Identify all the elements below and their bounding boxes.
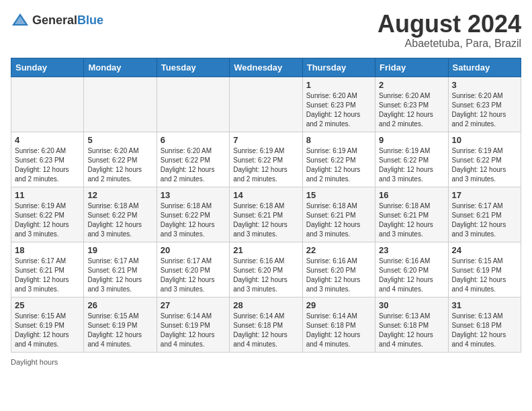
day-number: 4 bbox=[15, 135, 80, 145]
calendar-header: SundayMondayTuesdayWednesdayThursdayFrid… bbox=[11, 58, 521, 77]
day-number: 7 bbox=[233, 135, 298, 145]
day-number: 25 bbox=[15, 300, 80, 310]
day-number: 23 bbox=[379, 245, 444, 255]
day-of-week-wednesday: Wednesday bbox=[230, 58, 302, 77]
day-number: 30 bbox=[379, 300, 444, 310]
day-number: 31 bbox=[452, 300, 517, 310]
title-block: August 2024 Abaetetuba, Para, Brazil bbox=[378, 11, 521, 50]
day-number: 19 bbox=[87, 245, 152, 255]
calendar-cell: 28Sunrise: 6:14 AMSunset: 6:18 PMDayligh… bbox=[230, 297, 302, 352]
day-info: Sunrise: 6:15 AMSunset: 6:19 PMDaylight:… bbox=[87, 312, 152, 349]
calendar-week-5: 25Sunrise: 6:15 AMSunset: 6:19 PMDayligh… bbox=[11, 297, 521, 352]
calendar-week-2: 4Sunrise: 6:20 AMSunset: 6:23 PMDaylight… bbox=[11, 132, 521, 187]
day-number: 11 bbox=[15, 190, 80, 200]
page-subtitle: Abaetetuba, Para, Brazil bbox=[378, 38, 521, 50]
day-of-week-sunday: Sunday bbox=[11, 58, 84, 77]
day-number: 13 bbox=[161, 190, 226, 200]
calendar-week-1: 1Sunrise: 6:20 AMSunset: 6:23 PMDaylight… bbox=[11, 77, 521, 132]
calendar-cell bbox=[11, 77, 84, 132]
calendar-week-3: 11Sunrise: 6:19 AMSunset: 6:22 PMDayligh… bbox=[11, 187, 521, 242]
calendar-cell: 7Sunrise: 6:19 AMSunset: 6:22 PMDaylight… bbox=[230, 132, 302, 187]
day-info: Sunrise: 6:17 AMSunset: 6:21 PMDaylight:… bbox=[452, 201, 517, 239]
day-of-week-monday: Monday bbox=[84, 58, 157, 77]
day-number: 28 bbox=[233, 300, 298, 310]
day-number: 12 bbox=[87, 190, 152, 200]
day-info: Sunrise: 6:13 AMSunset: 6:18 PMDaylight:… bbox=[452, 312, 517, 349]
day-info: Sunrise: 6:17 AMSunset: 6:21 PMDaylight:… bbox=[15, 257, 80, 294]
day-info: Sunrise: 6:17 AMSunset: 6:21 PMDaylight:… bbox=[87, 257, 152, 294]
calendar-cell: 3Sunrise: 6:20 AMSunset: 6:23 PMDaylight… bbox=[448, 77, 521, 132]
day-of-week-saturday: Saturday bbox=[448, 58, 521, 77]
day-number: 29 bbox=[306, 300, 371, 310]
day-info: Sunrise: 6:16 AMSunset: 6:20 PMDaylight:… bbox=[379, 257, 444, 294]
calendar-cell: 14Sunrise: 6:18 AMSunset: 6:21 PMDayligh… bbox=[230, 187, 302, 242]
day-of-week-thursday: Thursday bbox=[302, 58, 375, 77]
day-info: Sunrise: 6:15 AMSunset: 6:19 PMDaylight:… bbox=[15, 312, 80, 349]
day-number: 10 bbox=[452, 135, 517, 145]
days-of-week-row: SundayMondayTuesdayWednesdayThursdayFrid… bbox=[11, 58, 521, 77]
day-info: Sunrise: 6:20 AMSunset: 6:22 PMDaylight:… bbox=[87, 146, 152, 184]
logo[interactable]: GeneralBlue bbox=[11, 11, 103, 30]
day-info: Sunrise: 6:20 AMSunset: 6:23 PMDaylight:… bbox=[452, 91, 517, 129]
logo-blue: Blue bbox=[77, 13, 103, 27]
day-info: Sunrise: 6:16 AMSunset: 6:20 PMDaylight:… bbox=[233, 257, 298, 294]
day-number: 15 bbox=[306, 190, 371, 200]
day-info: Sunrise: 6:20 AMSunset: 6:23 PMDaylight:… bbox=[379, 91, 444, 129]
day-info: Sunrise: 6:13 AMSunset: 6:18 PMDaylight:… bbox=[379, 312, 444, 349]
calendar-cell: 18Sunrise: 6:17 AMSunset: 6:21 PMDayligh… bbox=[11, 242, 84, 297]
daylight-label: Daylight hours bbox=[11, 358, 58, 366]
day-number: 2 bbox=[379, 80, 444, 90]
day-info: Sunrise: 6:14 AMSunset: 6:18 PMDaylight:… bbox=[233, 312, 298, 349]
day-number: 18 bbox=[15, 245, 80, 255]
day-number: 27 bbox=[161, 300, 226, 310]
footer-note: Daylight hours bbox=[11, 358, 521, 366]
calendar-cell: 29Sunrise: 6:14 AMSunset: 6:18 PMDayligh… bbox=[302, 297, 375, 352]
day-info: Sunrise: 6:18 AMSunset: 6:22 PMDaylight:… bbox=[161, 201, 226, 239]
calendar-cell: 30Sunrise: 6:13 AMSunset: 6:18 PMDayligh… bbox=[375, 297, 448, 352]
calendar-cell: 11Sunrise: 6:19 AMSunset: 6:22 PMDayligh… bbox=[11, 187, 84, 242]
calendar-cell: 27Sunrise: 6:14 AMSunset: 6:19 PMDayligh… bbox=[157, 297, 229, 352]
day-info: Sunrise: 6:18 AMSunset: 6:22 PMDaylight:… bbox=[87, 201, 152, 239]
calendar-cell: 23Sunrise: 6:16 AMSunset: 6:20 PMDayligh… bbox=[375, 242, 448, 297]
calendar-cell bbox=[157, 77, 229, 132]
logo-general: General bbox=[32, 13, 77, 27]
page-header: GeneralBlue August 2024 Abaetetuba, Para… bbox=[11, 11, 521, 50]
calendar-cell: 20Sunrise: 6:17 AMSunset: 6:20 PMDayligh… bbox=[157, 242, 229, 297]
calendar-cell: 9Sunrise: 6:19 AMSunset: 6:22 PMDaylight… bbox=[375, 132, 448, 187]
day-info: Sunrise: 6:20 AMSunset: 6:23 PMDaylight:… bbox=[306, 91, 371, 129]
day-info: Sunrise: 6:14 AMSunset: 6:18 PMDaylight:… bbox=[306, 312, 371, 349]
day-number: 24 bbox=[452, 245, 517, 255]
page-title: August 2024 bbox=[378, 11, 521, 38]
day-info: Sunrise: 6:19 AMSunset: 6:22 PMDaylight:… bbox=[452, 146, 517, 184]
day-of-week-tuesday: Tuesday bbox=[157, 58, 229, 77]
calendar-cell: 17Sunrise: 6:17 AMSunset: 6:21 PMDayligh… bbox=[448, 187, 521, 242]
day-info: Sunrise: 6:18 AMSunset: 6:21 PMDaylight:… bbox=[379, 201, 444, 239]
calendar-cell: 8Sunrise: 6:19 AMSunset: 6:22 PMDaylight… bbox=[302, 132, 375, 187]
day-number: 22 bbox=[306, 245, 371, 255]
calendar-cell: 25Sunrise: 6:15 AMSunset: 6:19 PMDayligh… bbox=[11, 297, 84, 352]
day-number: 21 bbox=[233, 245, 298, 255]
day-number: 1 bbox=[306, 80, 371, 90]
day-info: Sunrise: 6:16 AMSunset: 6:20 PMDaylight:… bbox=[306, 257, 371, 294]
day-number: 6 bbox=[161, 135, 226, 145]
calendar-body: 1Sunrise: 6:20 AMSunset: 6:23 PMDaylight… bbox=[11, 77, 521, 352]
day-number: 26 bbox=[87, 300, 152, 310]
calendar-cell: 1Sunrise: 6:20 AMSunset: 6:23 PMDaylight… bbox=[302, 77, 375, 132]
day-info: Sunrise: 6:15 AMSunset: 6:19 PMDaylight:… bbox=[452, 257, 517, 294]
calendar-cell: 15Sunrise: 6:18 AMSunset: 6:21 PMDayligh… bbox=[302, 187, 375, 242]
calendar-cell: 16Sunrise: 6:18 AMSunset: 6:21 PMDayligh… bbox=[375, 187, 448, 242]
calendar-cell: 21Sunrise: 6:16 AMSunset: 6:20 PMDayligh… bbox=[230, 242, 302, 297]
calendar-cell: 4Sunrise: 6:20 AMSunset: 6:23 PMDaylight… bbox=[11, 132, 84, 187]
day-info: Sunrise: 6:17 AMSunset: 6:20 PMDaylight:… bbox=[161, 257, 226, 294]
day-number: 20 bbox=[161, 245, 226, 255]
day-info: Sunrise: 6:19 AMSunset: 6:22 PMDaylight:… bbox=[15, 201, 80, 239]
day-info: Sunrise: 6:19 AMSunset: 6:22 PMDaylight:… bbox=[233, 146, 298, 184]
calendar-cell: 24Sunrise: 6:15 AMSunset: 6:19 PMDayligh… bbox=[448, 242, 521, 297]
day-info: Sunrise: 6:19 AMSunset: 6:22 PMDaylight:… bbox=[306, 146, 371, 184]
day-number: 9 bbox=[379, 135, 444, 145]
calendar-week-4: 18Sunrise: 6:17 AMSunset: 6:21 PMDayligh… bbox=[11, 242, 521, 297]
calendar-cell: 10Sunrise: 6:19 AMSunset: 6:22 PMDayligh… bbox=[448, 132, 521, 187]
day-info: Sunrise: 6:20 AMSunset: 6:22 PMDaylight:… bbox=[161, 146, 226, 184]
day-info: Sunrise: 6:20 AMSunset: 6:23 PMDaylight:… bbox=[15, 146, 80, 184]
day-number: 5 bbox=[87, 135, 152, 145]
